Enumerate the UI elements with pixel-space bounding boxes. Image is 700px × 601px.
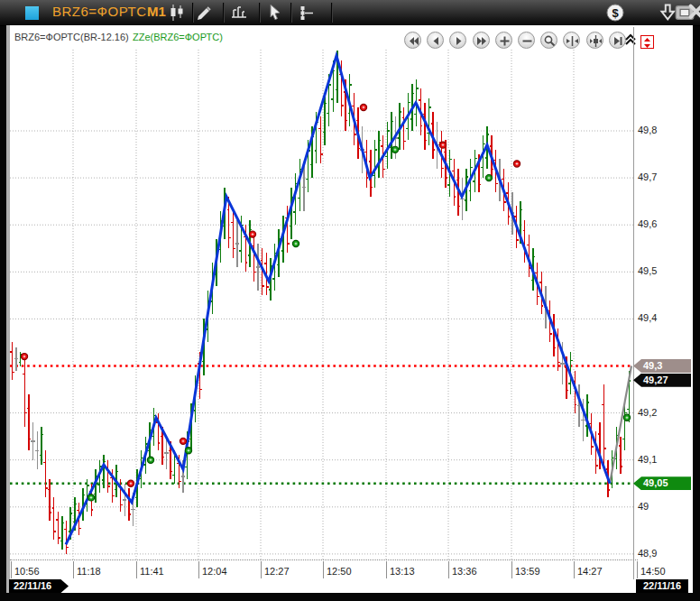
- levels-tool-button[interactable]: [298, 3, 318, 23]
- toolbar-separator: [331, 3, 333, 23]
- time-tick: [637, 561, 638, 578]
- time-tick-label: 12:27: [264, 566, 290, 577]
- forward-button[interactable]: [449, 32, 466, 49]
- instrument-label: BRZ6=ФОРТС(BR-12.16): [14, 32, 129, 42]
- time-tick: [574, 561, 575, 578]
- cursor-tool-button[interactable]: [265, 3, 285, 23]
- download-arrow-button[interactable]: [657, 3, 677, 23]
- compress-horizontal-icon: [565, 33, 580, 49]
- time-tick: [198, 561, 199, 578]
- cursor-icon: [265, 3, 285, 23]
- time-tick: [448, 561, 449, 578]
- time-tick-label: 13:13: [390, 566, 415, 577]
- price-tag: 49,05: [633, 476, 691, 490]
- svg-text:$: $: [612, 6, 619, 20]
- buy-marker: [391, 146, 398, 153]
- buy-marker: [292, 240, 299, 246]
- pencil-icon: [195, 3, 215, 23]
- time-tick-label: 13:36: [452, 566, 477, 577]
- zoom-out-button[interactable]: [518, 32, 535, 49]
- titlebar[interactable]: BRZ6=ФОРТС M1 $: [0, 0, 700, 26]
- time-tick-label: 12:04: [202, 566, 227, 577]
- price-tag: 49,3: [633, 359, 691, 373]
- time-tick: [511, 561, 512, 578]
- time-tick: [261, 561, 262, 578]
- back-button[interactable]: [427, 32, 444, 49]
- pencil-tool-button[interactable]: [195, 3, 215, 23]
- price-tick-label: 49,6: [638, 218, 657, 229]
- zoom-in-button[interactable]: [495, 32, 512, 49]
- sell-marker: [21, 353, 27, 359]
- volume-profile-tool-button[interactable]: [229, 3, 249, 23]
- date-tag-right: 22/11/16: [636, 579, 688, 593]
- sell-marker: [360, 104, 366, 110]
- time-tick-label: 14:50: [640, 566, 666, 577]
- time-tick-label: 14:27: [577, 566, 603, 577]
- candlestick-tool-button[interactable]: [168, 3, 188, 23]
- close-button[interactable]: [687, 3, 700, 23]
- magnifier-icon: [542, 33, 557, 49]
- chart-canvas[interactable]: [10, 50, 633, 561]
- collapse-panel-button[interactable]: [623, 32, 638, 47]
- toolbar-separator: [223, 3, 225, 23]
- dollar-button[interactable]: $: [605, 3, 625, 23]
- fast-back-icon: [406, 33, 421, 49]
- timeframe-label: M1: [147, 4, 166, 19]
- time-tick-label: 12:50: [327, 566, 352, 577]
- download-arrow-icon: [657, 3, 677, 23]
- indicator-label: ZZe(BRZ6=ФОРТС): [133, 32, 223, 42]
- time-tick: [323, 561, 324, 578]
- back-icon: [428, 33, 444, 49]
- time-tick-label: 11:18: [77, 566, 101, 577]
- signal-markers: [21, 104, 630, 501]
- buy-marker: [147, 457, 153, 463]
- close-icon: [687, 3, 700, 23]
- toolbar-separator: [290, 3, 292, 23]
- dollar-icon: $: [605, 3, 625, 23]
- time-tick: [136, 561, 137, 578]
- app-icon: [25, 6, 39, 20]
- time-tick-label: 11:41: [140, 566, 164, 577]
- price-tick-label: 49,2: [638, 407, 657, 418]
- chart-window: BRZ6=ФОРТС M1 $ BRZ6=ФОРТС(BR-12.16) ZZe…: [0, 0, 700, 601]
- buy-marker: [623, 414, 630, 421]
- time-tick: [11, 561, 12, 578]
- price-tick-label: 48,9: [638, 548, 657, 559]
- price-tag: 49,27: [633, 374, 691, 387]
- time-axis-baseline: [10, 559, 638, 561]
- price-tick-label: 49,4: [638, 312, 657, 323]
- fast-back-button[interactable]: [404, 32, 421, 49]
- volume-profile-icon: [229, 3, 249, 23]
- window-title: BRZ6=ФОРТС: [52, 4, 147, 19]
- time-tick-label: 10:56: [14, 566, 40, 577]
- zigzag-line: [66, 56, 631, 545]
- time-tick-label: 13:59: [515, 566, 540, 577]
- sell-marker: [180, 438, 186, 444]
- time-tick: [386, 561, 387, 578]
- toolbar-separator: [192, 3, 194, 23]
- sell-marker: [513, 161, 520, 167]
- candlestick-icon: [168, 3, 188, 23]
- fast-forward-button[interactable]: [473, 32, 490, 49]
- price-tick-label: 49,8: [638, 125, 657, 135]
- fast-forward-icon: [474, 33, 490, 49]
- price-tick-label: 49,5: [638, 265, 657, 276]
- updown-arrows-icon: [641, 37, 653, 49]
- buy-marker: [485, 175, 492, 181]
- candle-series: [10, 51, 631, 553]
- compress-vertical-button[interactable]: [586, 32, 603, 49]
- price-tick-label: 49: [638, 501, 649, 512]
- sell-marker: [249, 231, 255, 237]
- sell-marker: [439, 142, 446, 148]
- price-tick-label: 49,7: [638, 171, 657, 182]
- time-tick: [73, 561, 74, 578]
- compress-horizontal-button[interactable]: [563, 32, 580, 49]
- levels-icon: [298, 3, 318, 23]
- buy-marker: [185, 448, 191, 454]
- compress-vertical-icon: [588, 33, 603, 49]
- buy-marker: [88, 495, 94, 501]
- forward-icon: [451, 33, 466, 49]
- price-scale-mode-button[interactable]: [640, 35, 654, 49]
- magnifier-button[interactable]: [540, 32, 557, 49]
- axis-separator: [633, 27, 634, 579]
